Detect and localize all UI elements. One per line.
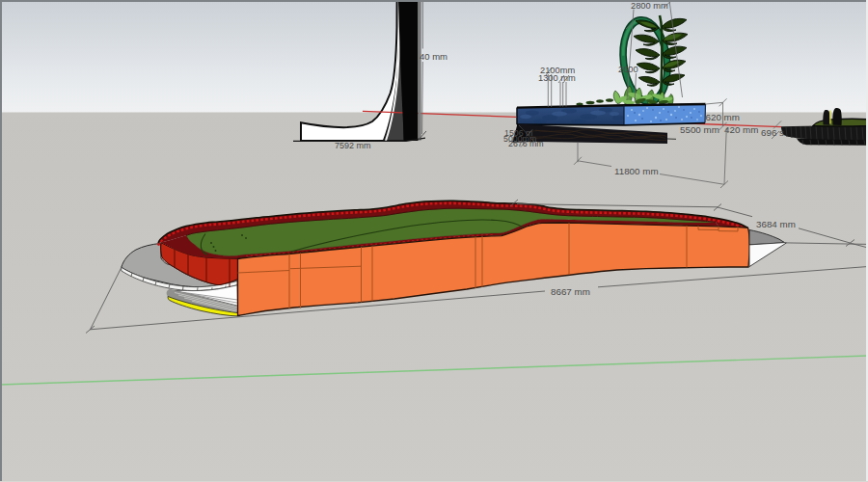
svg-text:11800 mm: 11800 mm (614, 166, 659, 176)
svg-text:2800 mm: 2800 mm (631, 1, 668, 11)
svg-text:40 mm: 40 mm (420, 51, 448, 62)
svg-text:620 mm: 620 mm (706, 112, 740, 122)
svg-text:3684 mm: 3684 mm (756, 219, 796, 229)
svg-text:2676 mm: 2676 mm (508, 139, 544, 148)
svg-text:5500 mm: 5500 mm (680, 124, 719, 135)
svg-text:1300 mm: 1300 mm (538, 73, 576, 83)
svg-text:696 s: 696 s (761, 127, 784, 138)
svg-text:8667 mm: 8667 mm (551, 286, 590, 297)
svg-text:420 mm: 420 mm (724, 124, 758, 135)
svg-text:7592 mm: 7592 mm (335, 141, 371, 150)
svg-text:2600: 2600 (618, 65, 638, 74)
